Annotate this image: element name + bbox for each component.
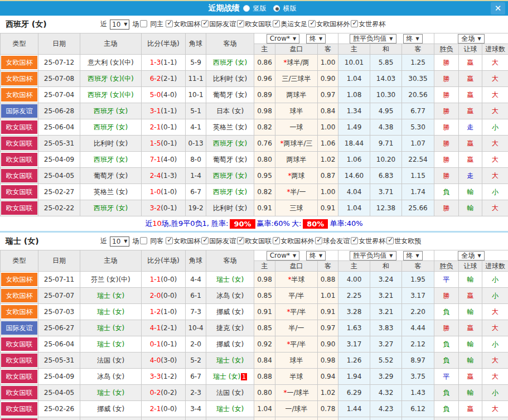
home-team: 西班牙 (女) <box>80 200 142 216</box>
league-filter[interactable]: 女世界杯 <box>351 20 385 28</box>
league-checkbox[interactable] <box>237 20 244 27</box>
league-filters: 女欧国杯国际友谊欧女国联奥运女足女欧国杯外女世界杯 <box>166 20 386 29</box>
league-filter[interactable]: 世女欧预 <box>386 237 421 245</box>
fulltime-select[interactable]: 全场▼ <box>458 34 484 44</box>
league-filter[interactable]: 国际友谊 <box>201 237 236 245</box>
ah-home-odds: 0.98 <box>254 272 275 288</box>
final-odds-select-2[interactable]: 终▼ <box>403 34 423 44</box>
league-checkbox[interactable] <box>315 237 322 244</box>
bookmaker-select[interactable]: Crow*▼ <box>267 251 299 260</box>
ah-away-odds: 0.90 <box>318 336 338 353</box>
eu-away-odds: 8.97 <box>402 353 434 369</box>
result-cell: 勝 <box>434 320 459 336</box>
match-date: 25-04-05 <box>38 385 80 401</box>
eu-draw-odds: 4.32 <box>370 385 402 401</box>
final-odds-select[interactable]: 终▼ <box>306 34 326 44</box>
away-team: 瑞士 (女) <box>206 272 254 288</box>
type-cell: 女欧国杯 <box>1 71 38 87</box>
goals-cell: 小 <box>482 336 508 353</box>
same-side-filter[interactable]: 同主 <box>140 20 163 29</box>
col-ah-home: 主 <box>254 261 275 272</box>
goals-cell: 大 <box>482 401 508 417</box>
eu-draw-odds: 3.29 <box>370 369 402 385</box>
league-checkbox[interactable] <box>237 237 244 244</box>
league-filter[interactable]: 欧女国联 <box>237 20 272 28</box>
match-row: 欧女国联25-05-31法国 (女)4-0(3-0)5-2瑞士 (女)0.84球… <box>1 353 508 369</box>
same-side-checkbox[interactable] <box>140 20 147 27</box>
horizontal-layout-radio[interactable] <box>273 5 280 12</box>
handicap: *两球 <box>275 168 318 184</box>
final-odds-select-2[interactable]: 终▼ <box>403 251 423 260</box>
league-filter[interactable]: 球会友谊 <box>315 237 350 245</box>
ah-home-odds: 1.04 <box>254 401 275 417</box>
vertical-layout-radio[interactable] <box>243 5 250 12</box>
same-side-filter[interactable]: 同客 <box>140 236 163 246</box>
near-count-select[interactable]: 10▼ <box>110 20 129 30</box>
type-cell: 欧女国联 <box>1 152 38 168</box>
away-team: 比利时 (女) <box>206 71 254 87</box>
match-row: 欧女国联25-04-05瑞士 (女)0-2(0-2)2-3法国 (女)0.80*… <box>1 385 508 401</box>
eu-away-odds: 1.07 <box>402 136 434 152</box>
league-filter[interactable]: 国际友谊 <box>201 20 236 28</box>
corner-score: 4-4 <box>186 272 206 288</box>
home-team: 瑞士 (女) <box>80 417 142 420</box>
league-filter[interactable]: 女世界杯 <box>351 237 385 245</box>
match-score: 3-3(1-2) <box>142 369 186 385</box>
league-checkbox[interactable] <box>386 237 394 244</box>
home-team: 西班牙 (女) <box>80 119 142 136</box>
match-score: 3-2(0-1) <box>142 200 186 216</box>
type-cell: 欧女国联 <box>1 200 38 216</box>
handicap: *半球 <box>275 272 318 288</box>
match-date: 25-05-31 <box>38 136 80 152</box>
league-checkbox[interactable] <box>273 237 280 244</box>
league-filter[interactable]: 女欧国杯 <box>166 20 200 28</box>
ah-home-odds: 0.89 <box>254 87 275 103</box>
league-filter[interactable]: 女欧国杯外 <box>308 20 350 28</box>
near-count-select[interactable]: 10▼ <box>110 236 129 247</box>
fulltime-select[interactable]: 全场▼ <box>458 251 484 260</box>
final-odds-select[interactable]: 终▼ <box>306 251 326 260</box>
league-checkbox[interactable] <box>351 237 358 244</box>
league-filter[interactable]: 奥运女足 <box>273 20 307 28</box>
eu-away-odds: 2.12 <box>402 336 434 353</box>
chevron-down-icon: ▼ <box>124 22 127 27</box>
eu-home-odds: 1.44 <box>338 401 370 417</box>
eu-draw-odds: 12.38 <box>370 200 402 216</box>
handicap: 三球 <box>275 200 318 216</box>
league-checkbox[interactable] <box>351 20 358 27</box>
eu-draw-odds: 3.21 <box>370 304 402 320</box>
goals-cell: 小 <box>482 417 508 420</box>
type-cell: 欧女国联 <box>1 168 38 184</box>
ah-result-cell: 贏 <box>459 87 482 103</box>
col-home: 主场 <box>80 33 142 55</box>
eu-draw-odds: 4.38 <box>370 119 402 136</box>
horizontal-layout-label[interactable]: 横版 <box>283 4 297 13</box>
league-filter[interactable]: 欧女国联 <box>237 237 272 245</box>
odds-average-select[interactable]: 胜平负均值▼ <box>350 34 396 44</box>
match-row: 欧女国联25-04-05葡萄牙 (女)2-4(1-3)1-4西班牙 (女)0.9… <box>1 168 508 184</box>
col-corner: 角球 <box>186 33 206 55</box>
type-cell: 女欧国杯 <box>1 288 38 304</box>
col-ah-result: 让球 <box>459 261 482 272</box>
bookmaker-select[interactable]: Crow*▼ <box>267 34 299 44</box>
league-checkbox[interactable] <box>166 20 173 27</box>
league-filter[interactable]: 女欧国杯 <box>166 237 200 245</box>
league-checkbox[interactable] <box>308 20 316 27</box>
league-filter[interactable]: 女欧国杯外 <box>273 237 314 245</box>
league-checkbox[interactable] <box>201 20 209 27</box>
league-checkbox[interactable] <box>201 237 209 244</box>
league-checkbox[interactable] <box>273 20 280 27</box>
odds-average-select[interactable]: 胜平负均值▼ <box>350 251 396 260</box>
ah-home-odds: 0.91 <box>254 304 275 320</box>
away-team: 西班牙 (女) <box>206 184 254 200</box>
close-icon[interactable]: ✕ <box>491 2 505 15</box>
same-side-checkbox[interactable] <box>140 237 147 244</box>
home-team: 芬兰 (女)(中) <box>80 272 142 288</box>
match-date: 25-04-05 <box>38 168 80 184</box>
handicap: 两球半 <box>275 152 318 168</box>
ah-away-odds: 1.00 <box>318 55 338 71</box>
ah-home-odds: 1.04 <box>254 417 275 420</box>
col-ah-away: 客 <box>318 261 338 272</box>
league-checkbox[interactable] <box>166 237 173 244</box>
vertical-layout-label[interactable]: 竖版 <box>253 4 267 13</box>
